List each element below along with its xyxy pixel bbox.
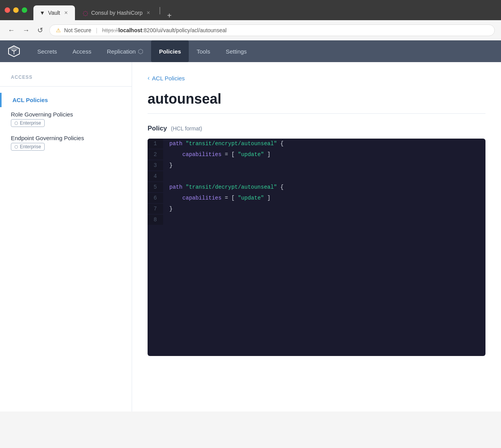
code-line-empty-1: 9 (148, 226, 485, 236)
line-content-1: path "transit/encrypt/autounseal" { (163, 139, 485, 149)
line-num-1: 1 (148, 139, 163, 149)
code-line-8: 8 (148, 215, 485, 226)
endpoint-governing-enterprise-hex-icon: ⬡ (14, 144, 18, 149)
browser-window: ▼ Vault ✕ ◌ Consul by HashiCorp ✕ | + ← … (0, 0, 501, 412)
maximize-window-button[interactable] (22, 7, 27, 13)
code-line-empty-7: 15 (148, 291, 485, 302)
sidebar-endpoint-governing-label: Endpoint Governing Policies (11, 135, 121, 141)
code-line-empty-10: 18 (148, 323, 485, 334)
consul-tab-close[interactable]: ✕ (146, 9, 151, 16)
address-text: https://localhost:8200/ui/vault/policy/a… (102, 27, 227, 33)
nav-settings-label: Settings (226, 48, 247, 55)
tabs-bar: ▼ Vault ✕ ◌ Consul by HashiCorp ✕ | + (33, 0, 496, 20)
nav-access[interactable]: Access (65, 40, 99, 62)
new-tab-button[interactable]: + (164, 11, 175, 20)
line-num-5: 5 (148, 182, 163, 192)
breadcrumb-chevron-icon: ‹ (148, 75, 150, 82)
line-content-7: } (163, 204, 485, 214)
line-content-6: capabilities = [ "update" ] (163, 193, 485, 203)
forward-button[interactable]: → (21, 25, 31, 36)
code-line-2: 2 capabilities = [ "update" ] (148, 149, 485, 160)
line-content-3: } (163, 160, 485, 170)
sidebar-item-endpoint-governing[interactable]: Endpoint Governing Policies ⬡ Enterprise (0, 131, 132, 155)
security-label: Not Secure (64, 27, 91, 33)
browser-titlebar: ▼ Vault ✕ ◌ Consul by HashiCorp ✕ | + (0, 0, 501, 20)
refresh-button[interactable]: ↺ (36, 24, 45, 36)
tab-consul[interactable]: ◌ Consul by HashiCorp ✕ (77, 5, 157, 20)
code-line-1: 1 path "transit/encrypt/autounseal" { (148, 139, 485, 149)
security-warning-icon: ⚠ (56, 27, 61, 33)
code-line-3: 3 } (148, 160, 485, 171)
close-window-button[interactable] (5, 7, 10, 13)
code-line-empty-9: 17 (148, 313, 485, 323)
role-governing-enterprise-badge: ⬡ Enterprise (11, 119, 45, 127)
code-line-empty-2: 10 (148, 236, 485, 247)
code-line-empty-8: 16 (148, 302, 485, 313)
role-governing-enterprise-hex-icon: ⬡ (14, 121, 18, 126)
line-content-8 (163, 215, 485, 225)
code-line-7: 7 } (148, 204, 485, 215)
main-layout: ACCESS ACL Policies Role Governing Polic… (0, 62, 501, 412)
breadcrumb-link[interactable]: ACL Policies (152, 75, 184, 82)
code-line-empty-3: 11 (148, 247, 485, 258)
line-content-2: capabilities = [ "update" ] (163, 149, 485, 160)
line-num-4: 4 (148, 171, 163, 181)
code-line-empty-12: 20 (148, 345, 485, 356)
nav-policies-label: Policies (159, 48, 181, 55)
vault-nav: Secrets Access Replication ⬡ Policies To… (0, 40, 501, 62)
nav-policies[interactable]: Policies (151, 40, 189, 62)
endpoint-governing-enterprise-badge: ⬡ Enterprise (11, 143, 45, 151)
vault-tab-close[interactable]: ✕ (63, 9, 69, 16)
code-line-empty-4: 12 (148, 258, 485, 269)
breadcrumb: ‹ ACL Policies (148, 75, 485, 82)
endpoint-governing-enterprise-label: Enterprise (20, 144, 41, 149)
code-line-empty-5: 13 (148, 269, 485, 280)
tab-vault[interactable]: ▼ Vault ✕ (33, 5, 75, 20)
nav-secrets[interactable]: Secrets (30, 40, 65, 62)
policy-header: Policy (HCL format) (148, 125, 485, 132)
nav-tools[interactable]: Tools (189, 40, 218, 62)
sidebar-item-role-governing[interactable]: Role Governing Policies ⬡ Enterprise (0, 107, 132, 131)
code-block: 1 path "transit/encrypt/autounseal" { 2 … (148, 139, 485, 356)
line-num-6: 6 (148, 193, 163, 203)
line-num-2: 2 (148, 149, 163, 160)
line-content-4 (163, 171, 485, 181)
sidebar-item-acl-policies[interactable]: ACL Policies (0, 93, 132, 107)
address-host: localhost (118, 27, 142, 33)
address-bar: ← → ↺ ⚠ Not Secure | https://localhost:8… (0, 20, 501, 40)
line-num-7: 7 (148, 204, 163, 214)
line-num-8: 8 (148, 215, 163, 225)
line-content-5: path "transit/decrypt/autounseal" { (163, 182, 485, 192)
role-governing-enterprise-label: Enterprise (20, 120, 41, 126)
sidebar-role-governing-label: Role Governing Policies (11, 111, 121, 118)
sidebar-section-access: ACCESS (0, 75, 132, 80)
code-line-5: 5 path "transit/decrypt/autounseal" { (148, 182, 485, 193)
code-line-4: 4 (148, 171, 485, 182)
address-protocol: https:// (102, 27, 118, 33)
vault-logo[interactable] (8, 45, 20, 57)
address-input[interactable]: ⚠ Not Secure | https://localhost:8200/ui… (49, 24, 495, 36)
nav-access-label: Access (73, 48, 91, 55)
nav-settings[interactable]: Settings (218, 40, 254, 62)
page-title: autounseal (148, 91, 485, 114)
minimize-window-button[interactable] (13, 7, 19, 13)
policy-format: (HCL format) (171, 125, 202, 132)
nav-replication[interactable]: Replication ⬡ (99, 40, 151, 62)
policy-label: Policy (148, 125, 167, 132)
content-area: ‹ ACL Policies autounseal Policy (HCL fo… (132, 62, 501, 412)
code-line-empty-6: 14 (148, 280, 485, 291)
sidebar: ACCESS ACL Policies Role Governing Polic… (0, 62, 132, 412)
code-line-empty-11: 19 (148, 334, 485, 345)
vault-tab-icon: ▼ (40, 10, 45, 16)
vault-tab-label: Vault (48, 10, 60, 16)
nav-secrets-label: Secrets (37, 48, 57, 55)
nav-tools-label: Tools (197, 48, 210, 55)
sidebar-acl-policies-label: ACL Policies (12, 97, 121, 103)
consul-tab-icon: ◌ (83, 9, 88, 17)
replication-hex-icon: ⬡ (138, 48, 143, 55)
line-num-3: 3 (148, 160, 163, 170)
consul-tab-label: Consul by HashiCorp (91, 10, 143, 16)
address-path: :8200/ui/vault/policy/acl/autounseal (142, 27, 226, 33)
back-button[interactable]: ← (6, 25, 16, 36)
nav-replication-label: Replication (107, 48, 136, 55)
